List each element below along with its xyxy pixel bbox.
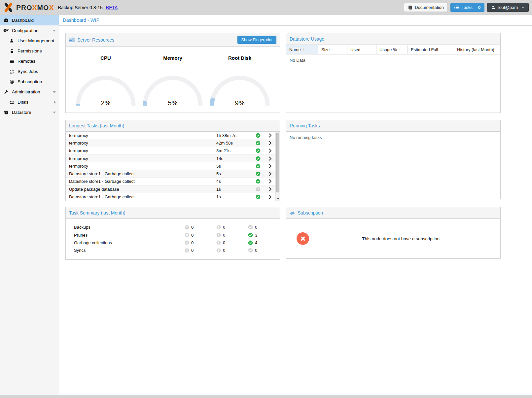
- documentation-button[interactable]: Documentation: [404, 3, 447, 12]
- warning-count: 0: [223, 225, 225, 230]
- sidebar-item-administration[interactable]: Administration: [0, 87, 59, 97]
- task-row[interactable]: Datastore store1 - Garbage collect4s: [66, 178, 275, 185]
- check-circle-icon: [248, 225, 253, 230]
- task-duration: 14s: [216, 156, 251, 161]
- tasks-label: Tasks: [462, 5, 473, 10]
- times-circle-icon: [185, 225, 189, 230]
- sidebar-item-remotes[interactable]: Remotes: [0, 56, 59, 66]
- task-row[interactable]: Datastore store1 - Garbage collect5s: [66, 170, 275, 178]
- longest-tasks-title: Longest Tasks (last Month): [69, 123, 124, 128]
- sidebar-item-datastore[interactable]: Datastore: [0, 107, 59, 117]
- task-name: termproxy: [66, 164, 216, 169]
- summary-row-prunes[interactable]: Prunes003: [66, 231, 280, 239]
- check-circle-icon: [248, 248, 253, 253]
- times-circle-red-icon: [297, 232, 309, 245]
- open-task-button[interactable]: [265, 164, 275, 168]
- sidebar-item-permissions[interactable]: Permissions: [0, 46, 59, 56]
- column-header-history-last-month[interactable]: History (last Month): [454, 45, 500, 54]
- open-task-button[interactable]: [265, 133, 275, 138]
- warning-count: 0: [223, 248, 225, 253]
- task-name: Datastore store1 - Garbage collect: [66, 179, 216, 184]
- tasks-button[interactable]: Tasks 0: [450, 3, 484, 12]
- header-actions: Documentation Tasks 0: [404, 3, 529, 12]
- summary-label: Garbage collections: [66, 240, 185, 245]
- datastore-usage-title: Datastore Usage: [290, 36, 324, 42]
- task-duration: 5s: [216, 164, 251, 169]
- book-icon: [408, 5, 412, 10]
- exclamation-circle-icon: [216, 233, 221, 237]
- column-header-size[interactable]: Size: [318, 45, 347, 54]
- chevron-down-icon[interactable]: [53, 91, 56, 93]
- chevron-down-icon[interactable]: [53, 30, 56, 32]
- open-task-button[interactable]: [265, 149, 275, 153]
- open-task-button[interactable]: [265, 172, 275, 176]
- ok-count: 3: [255, 233, 257, 238]
- task-ok-icon: [256, 156, 261, 161]
- scrollbar-thumb[interactable]: [276, 133, 279, 192]
- exclamation-circle-icon: [216, 240, 221, 245]
- task-row[interactable]: Update package database1s?: [66, 185, 275, 193]
- open-task-button[interactable]: [265, 195, 275, 199]
- task-name: termproxy: [66, 133, 216, 138]
- sidebar-item-label: User Management: [18, 38, 54, 43]
- task-name: termproxy: [66, 141, 216, 146]
- subscription-panel: Subscription This node does not have a s…: [286, 207, 501, 259]
- summary-row-garbage-collections[interactable]: Garbage collections004: [66, 239, 280, 247]
- times-circle-icon: [185, 248, 189, 253]
- top-header: PROXMOX Backup Server 0.8-15 BETA Docume…: [0, 0, 532, 15]
- summary-row-syncs[interactable]: Syncs000: [66, 247, 280, 254]
- main-area: Dashboard - WIP: [59, 15, 532, 395]
- task-list-icon: [454, 5, 459, 10]
- sidebar-item-dashboard[interactable]: Dashboard: [0, 15, 59, 25]
- longest-tasks-panel: Longest Tasks (last Month) termproxy1h 3…: [65, 120, 280, 201]
- page-title: Dashboard - WIP: [63, 17, 99, 23]
- task-row[interactable]: termproxy14s: [66, 155, 275, 162]
- task-row[interactable]: termproxy1h 38m 7s: [66, 132, 275, 139]
- scrollbar[interactable]: [275, 132, 280, 201]
- column-header-usage[interactable]: Usage %: [376, 45, 408, 54]
- error-count: 0: [191, 233, 194, 238]
- beta-link[interactable]: BETA: [106, 5, 118, 10]
- chevron-right-icon[interactable]: [54, 101, 56, 104]
- open-task-button[interactable]: [265, 187, 275, 191]
- open-task-button[interactable]: [265, 141, 275, 145]
- page-titlebar: Dashboard - WIP: [59, 15, 532, 26]
- ok-count: 4: [255, 240, 257, 245]
- ok-count: 0: [255, 225, 257, 230]
- sidebar-item-disks[interactable]: Disks: [0, 97, 59, 107]
- error-count: 0: [191, 248, 194, 253]
- sidebar-item-sync-jobs[interactable]: Sync Jobs: [0, 66, 59, 77]
- show-fingerprint-button[interactable]: Show Fingerprint: [237, 36, 277, 44]
- task-ok-icon: [256, 194, 261, 199]
- sidebar-item-configuration[interactable]: Configuration: [0, 25, 59, 36]
- scrollbar-down-arrow[interactable]: [276, 197, 279, 200]
- chevron-down-icon[interactable]: [53, 112, 56, 114]
- summary-label: Syncs: [66, 248, 185, 253]
- open-task-button[interactable]: [265, 179, 275, 183]
- task-duration: 42m 58s: [216, 141, 251, 146]
- user-icon: [491, 5, 495, 10]
- user-menu-button[interactable]: root@pam: [487, 3, 529, 12]
- task-duration: 1s: [216, 187, 251, 192]
- times-circle-icon: [185, 233, 189, 237]
- task-row[interactable]: Datastore store1 - Garbage collect1s: [66, 193, 275, 201]
- task-row[interactable]: termproxy42m 58s: [66, 139, 275, 147]
- server-bars-icon: [69, 38, 75, 42]
- summary-row-backups[interactable]: Backups000: [66, 223, 280, 231]
- column-header-used[interactable]: Used: [347, 45, 376, 54]
- column-header-estimated-full[interactable]: Estimated Full: [408, 45, 454, 54]
- task-row[interactable]: termproxy5s: [66, 162, 275, 170]
- exclamation-circle-icon: [216, 248, 221, 253]
- tachometer-icon: [3, 18, 9, 23]
- sidebar-item-user-management[interactable]: User Management: [0, 36, 59, 46]
- sidebar-item-subscription[interactable]: Subscription: [0, 77, 59, 87]
- task-row[interactable]: termproxy3m 21s: [66, 147, 275, 155]
- task-summary-title: Task Summary (last Month): [69, 210, 125, 216]
- subscription-title: Subscription: [298, 210, 323, 216]
- archive-icon: [3, 110, 9, 115]
- sidebar-item-label: Configuration: [12, 28, 38, 33]
- open-task-button[interactable]: [265, 156, 275, 161]
- task-duration: 1h 38m 7s: [216, 133, 251, 138]
- no-running-tasks-text: No running tasks: [286, 132, 500, 143]
- column-header-name[interactable]: Name↑: [286, 45, 318, 54]
